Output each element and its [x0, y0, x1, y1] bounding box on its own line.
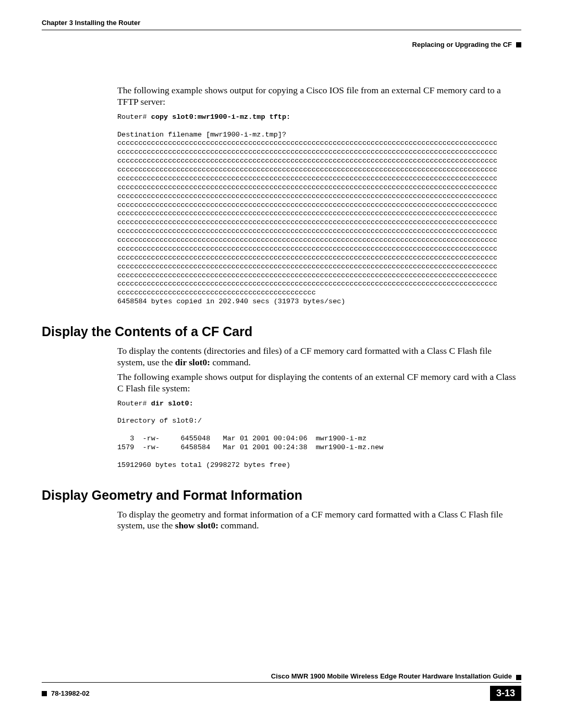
- text-span: command.: [210, 357, 251, 367]
- output-line: cccccccccccccccccccccccccccccccccccccccc…: [117, 139, 497, 147]
- footer-book-title: Cisco MWR 1900 Mobile Wireless Edge Rout…: [271, 672, 512, 680]
- command-name: dir slot0:: [175, 357, 210, 367]
- output-line: cccccccccccccccccccccccccccccccccccccccc…: [117, 254, 497, 262]
- output-line: cccccccccccccccccccccccccccccccccccccccc…: [117, 272, 497, 279]
- output-line: cccccccccccccccccccccccccccccccccccccccc…: [117, 280, 497, 288]
- square-marker-icon: [42, 691, 47, 696]
- body-content: The following example shows output for c…: [117, 85, 521, 306]
- output-line: cccccccccccccccccccccccccccccccccccccccc…: [117, 175, 497, 182]
- output-block: Directory of slot0:/ 3 -rw- 6455048 Mar …: [117, 417, 383, 468]
- header-rule: [42, 30, 521, 30]
- output-line: cccccccccccccccccccccccccccccccccccccccc…: [117, 289, 316, 297]
- text-span: To display the contents (directories and…: [117, 346, 492, 367]
- cli-output-1: Router# copy slot0:mwr1900-i-mz.tmp tftp…: [117, 113, 521, 306]
- doc-number: 78-13982-02: [51, 689, 90, 697]
- output-line: cccccccccccccccccccccccccccccccccccccccc…: [117, 218, 497, 226]
- paragraph: The following example shows output for d…: [117, 372, 521, 394]
- running-header: Chapter 3 Installing the Router Replacin…: [42, 19, 521, 48]
- section-body: To display the geometry and format infor…: [117, 509, 521, 532]
- square-marker-icon: [516, 675, 521, 680]
- output-line: 6458584 bytes copied in 202.940 secs (31…: [117, 298, 345, 305]
- output-line: cccccccccccccccccccccccccccccccccccccccc…: [117, 183, 497, 191]
- paragraph: To display the geometry and format infor…: [117, 509, 521, 532]
- output-line: cccccccccccccccccccccccccccccccccccccccc…: [117, 263, 497, 270]
- output-line: cccccccccccccccccccccccccccccccccccccccc…: [117, 227, 497, 235]
- page-number: 3-13: [490, 686, 521, 701]
- intro-paragraph: The following example shows output for c…: [117, 85, 521, 108]
- output-line: cccccccccccccccccccccccccccccccccccccccc…: [117, 148, 497, 156]
- paragraph: To display the contents (directories and…: [117, 346, 521, 368]
- cli-prompt: Router#: [117, 113, 151, 121]
- output-line: cccccccccccccccccccccccccccccccccccccccc…: [117, 201, 497, 209]
- output-line: cccccccccccccccccccccccccccccccccccccccc…: [117, 157, 497, 165]
- cli-output-2: Router# dir slot0: Directory of slot0:/ …: [117, 400, 521, 470]
- output-line: Destination filename [mwr1900-i-mz.tmp]?: [117, 131, 286, 139]
- cli-command: copy slot0:mwr1900-i-mz.tmp tftp:: [151, 113, 290, 121]
- output-line: cccccccccccccccccccccccccccccccccccccccc…: [117, 236, 497, 244]
- section-body: To display the contents (directories and…: [117, 346, 521, 470]
- cli-prompt: Router#: [117, 400, 151, 408]
- output-line: cccccccccccccccccccccccccccccccccccccccc…: [117, 192, 497, 200]
- command-name: show slot0:: [175, 520, 218, 530]
- chapter-label: Chapter 3 Installing the Router: [42, 19, 140, 27]
- heading-display-contents: Display the Contents of a CF Card: [42, 324, 521, 339]
- output-line: cccccccccccccccccccccccccccccccccccccccc…: [117, 209, 497, 217]
- heading-display-geometry: Display Geometry and Format Information: [42, 488, 521, 503]
- square-marker-icon: [516, 42, 521, 47]
- cli-command: dir slot0:: [151, 400, 193, 408]
- output-line: cccccccccccccccccccccccccccccccccccccccc…: [117, 166, 497, 174]
- output-line: cccccccccccccccccccccccccccccccccccccccc…: [117, 245, 497, 253]
- section-label: Replacing or Upgrading the CF: [412, 41, 512, 48]
- page-footer: Cisco MWR 1900 Mobile Wireless Edge Rout…: [42, 672, 521, 701]
- text-span: command.: [218, 520, 259, 530]
